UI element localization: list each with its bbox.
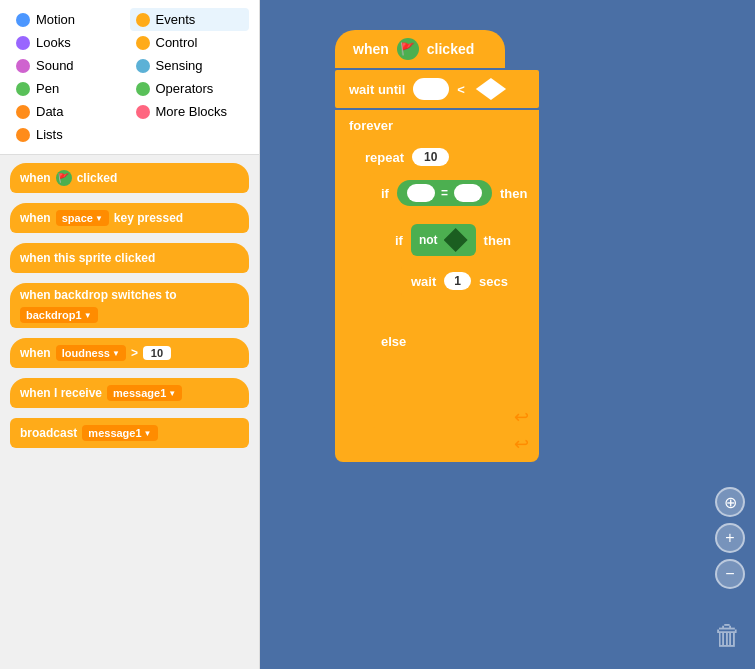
cv-if-eq-close: ↩ xyxy=(369,406,539,428)
category-lists[interactable]: Lists xyxy=(10,123,130,146)
right-panel: when 🚩 clicked wait until < forever xyxy=(260,0,755,669)
cv-wait-val: 1 xyxy=(444,272,471,290)
when-receive-block[interactable]: when I receive message1 xyxy=(10,378,249,408)
cv-forever-block[interactable]: forever repeat 10 if xyxy=(335,110,539,462)
category-motion[interactable]: Motion xyxy=(10,8,130,31)
sensing-label: Sensing xyxy=(156,58,203,73)
cv-repeat-val: 10 xyxy=(412,148,449,166)
pen-label: Pen xyxy=(36,81,59,96)
more-blocks-dot xyxy=(136,105,150,119)
lists-label: Lists xyxy=(36,127,63,142)
cv-then-label: then xyxy=(500,186,527,201)
cv-else-body xyxy=(369,356,539,406)
flag-icon-1: 🚩 xyxy=(56,170,72,186)
category-operators[interactable]: Operators xyxy=(130,77,250,100)
cv-if-not-close xyxy=(385,301,539,323)
sprite-clicked-label: when this sprite clicked xyxy=(20,251,155,265)
category-sound[interactable]: Sound xyxy=(10,54,130,77)
category-sensing[interactable]: Sensing xyxy=(130,54,250,77)
category-grid: Motion Events Looks Control Sound Sensin… xyxy=(0,0,259,155)
backdrop-switches-label: when backdrop switches to xyxy=(20,288,177,302)
pen-dot xyxy=(16,82,30,96)
cv-wait-block[interactable]: wait 1 secs xyxy=(401,265,539,297)
sound-label: Sound xyxy=(36,58,74,73)
message1-dropdown[interactable]: message1 xyxy=(107,385,182,401)
sound-dot xyxy=(16,59,30,73)
when-label-3: when xyxy=(20,346,51,360)
cv-wait-label: wait xyxy=(411,274,436,289)
category-events[interactable]: Events xyxy=(130,8,250,31)
space-dropdown[interactable]: space xyxy=(56,210,109,226)
when-backdrop-block[interactable]: when backdrop switches to backdrop1 xyxy=(10,283,249,328)
when-sprite-clicked-block[interactable]: when this sprite clicked xyxy=(10,243,249,273)
blocks-area: when 🚩 clicked when space key pressed wh… xyxy=(0,155,259,669)
data-dot xyxy=(16,105,30,119)
cv-clicked-label: clicked xyxy=(427,41,474,57)
cv-secs-label: secs xyxy=(479,274,508,289)
cv-repeat-block[interactable]: repeat 10 if = the xyxy=(353,141,539,428)
cv-forever-label: forever xyxy=(335,110,539,141)
key-pressed-label: key pressed xyxy=(114,211,183,225)
when-label-2: when xyxy=(20,211,51,225)
control-label: Control xyxy=(156,35,198,50)
zoom-in-button[interactable]: + xyxy=(715,523,745,553)
cv-lt-label: < xyxy=(457,82,465,97)
cv-repeat-label: repeat xyxy=(365,150,404,165)
broadcast-message-dropdown[interactable]: message1 xyxy=(82,425,157,441)
cv-if-label: if xyxy=(381,186,389,201)
cv-repeat-close: ↩ xyxy=(353,432,539,456)
loudness-dropdown[interactable]: loudness xyxy=(56,345,126,361)
cv-oval1 xyxy=(413,78,449,100)
category-looks[interactable]: Looks xyxy=(10,31,130,54)
cv-if-eq-block[interactable]: if = then xyxy=(369,173,539,327)
when-loudness-block[interactable]: when loudness > 10 xyxy=(10,338,249,368)
cv-wait-until-label: wait until xyxy=(349,82,405,97)
float-controls: ⊕ + − xyxy=(715,487,745,589)
operators-label: Operators xyxy=(156,81,214,96)
motion-dot xyxy=(16,13,30,27)
canvas-when-clicked[interactable]: when 🚩 clicked wait until < forever xyxy=(335,30,539,462)
category-pen[interactable]: Pen xyxy=(10,77,130,100)
broadcast-label: broadcast xyxy=(20,426,77,440)
motion-label: Motion xyxy=(36,12,75,27)
broadcast-block[interactable]: broadcast message1 xyxy=(10,418,249,448)
cv-wait-until[interactable]: wait until < xyxy=(335,70,539,108)
clicked-label-1: clicked xyxy=(77,171,118,185)
category-control[interactable]: Control xyxy=(130,31,250,54)
crosshair-button[interactable]: ⊕ xyxy=(715,487,745,517)
cv-flag-icon: 🚩 xyxy=(397,38,419,60)
loudness-value[interactable]: 10 xyxy=(143,346,171,360)
cv-then2-label: then xyxy=(484,233,511,248)
lists-dot xyxy=(16,128,30,142)
when-label-1: when xyxy=(20,171,51,185)
when-flag-clicked-block[interactable]: when 🚩 clicked xyxy=(10,163,249,193)
left-panel: Motion Events Looks Control Sound Sensin… xyxy=(0,0,260,669)
trash-button[interactable]: 🗑 xyxy=(710,616,745,654)
category-data[interactable]: Data xyxy=(10,100,130,123)
events-dot xyxy=(136,13,150,27)
cv-if2-label: if xyxy=(395,233,403,248)
sensing-dot xyxy=(136,59,150,73)
cv-cond-oval1 xyxy=(407,184,435,202)
cv-not-label: not xyxy=(419,233,438,247)
cv-else-label: else xyxy=(369,327,539,356)
looks-label: Looks xyxy=(36,35,71,50)
data-label: Data xyxy=(36,104,63,119)
cv-else-section: else xyxy=(369,327,539,406)
cv-not-condition: not xyxy=(411,224,476,256)
events-label: Events xyxy=(156,12,196,27)
cv-diamond1 xyxy=(473,78,509,100)
canvas-area: when 🚩 clicked wait until < forever xyxy=(280,20,695,649)
zoom-out-button[interactable]: − xyxy=(715,559,745,589)
backdrop-dropdown[interactable]: backdrop1 xyxy=(20,307,98,323)
category-more-blocks[interactable]: More Blocks xyxy=(130,100,250,123)
cv-if-not-block[interactable]: if not then xyxy=(385,217,539,263)
operators-dot xyxy=(136,82,150,96)
control-dot xyxy=(136,36,150,50)
cv-if-condition: = xyxy=(397,180,492,206)
cv-eq-label: = xyxy=(441,186,448,200)
when-key-pressed-block[interactable]: when space key pressed xyxy=(10,203,249,233)
more-blocks-label: More Blocks xyxy=(156,104,228,119)
looks-dot xyxy=(16,36,30,50)
cv-cond-oval2 xyxy=(454,184,482,202)
